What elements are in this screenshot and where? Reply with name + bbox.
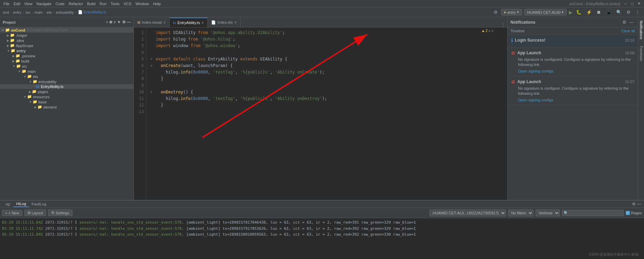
warning-badge[interactable]: ▲ 2 ∧ ∨ bbox=[482, 29, 494, 33]
device-selector[interactable]: HUAWEI CET-AL60 ▾ bbox=[524, 9, 567, 15]
menu-file[interactable]: File bbox=[1, 2, 12, 6]
menu-tools[interactable]: Tools bbox=[108, 2, 122, 6]
log-tab-og[interactable]: og: bbox=[3, 201, 13, 207]
tree-item-element[interactable]: ▶ 📁 element bbox=[0, 104, 134, 110]
settings-icon-toolbar[interactable]: ⚙ bbox=[625, 9, 632, 15]
tree-item-base[interactable]: ▼ 📁 base bbox=[0, 99, 134, 104]
bc-main[interactable]: main bbox=[35, 10, 43, 14]
notif-close-icon[interactable]: — bbox=[628, 19, 635, 25]
regex-checkbox[interactable]: ✓ Regex bbox=[626, 211, 642, 215]
sidebar-collapse-icon[interactable]: ≡ bbox=[114, 20, 116, 24]
menu-code[interactable]: Code bbox=[54, 2, 67, 6]
tree-item-entryability-ts[interactable]: ts EntryAbility.ts bbox=[0, 84, 134, 89]
close-tab-visual[interactable]: ✕ bbox=[163, 21, 166, 24]
notif-desc-launch2: No signature is configure. Configure a s… bbox=[518, 86, 634, 97]
tree-item-ets[interactable]: ▼ 📁 ets bbox=[0, 74, 134, 79]
tab-label-index-ets: Index.ets bbox=[217, 20, 233, 24]
menu-edit[interactable]: Edit bbox=[12, 2, 22, 6]
bc-file[interactable]: 📄 EntryAbility.ts bbox=[78, 10, 106, 14]
menu-run[interactable]: Run bbox=[97, 2, 108, 6]
notif-title-launch2: App Launch bbox=[517, 79, 623, 84]
tree-item-resources[interactable]: ▼ 📁 resources bbox=[0, 94, 134, 99]
gear-icon-toolbar[interactable]: ⚙ bbox=[492, 9, 499, 15]
device-select[interactable]: HUAWEI CET-AL6...U0222A17005917) bbox=[429, 210, 506, 216]
log-search-input[interactable] bbox=[562, 210, 624, 216]
log-tab-faultlog[interactable]: FaultLog bbox=[29, 201, 49, 207]
code-line-1: import UIAbility from '@ohos.app.ability… bbox=[150, 30, 507, 36]
menu-navigate[interactable]: Navigate bbox=[34, 2, 53, 6]
bc-ond[interactable]: ond bbox=[3, 10, 9, 14]
maximize-btn[interactable]: □ bbox=[629, 2, 635, 6]
tab-index-ets[interactable]: 📄 Index.ets ✕ bbox=[208, 18, 241, 27]
sidebar-filter-icon[interactable]: ▼ bbox=[117, 20, 121, 24]
tree-item-appscope[interactable]: ▶ 📁 AppScope bbox=[0, 43, 134, 48]
tree-item-main[interactable]: ▼ 📁 main bbox=[0, 69, 134, 74]
tree-item-hvigor[interactable]: ▶ 📁 .hvigor bbox=[0, 33, 134, 38]
stop-icon[interactable]: ⏹ bbox=[595, 9, 602, 15]
tree-root-oncond[interactable]: ▼ 📁 onCond D:\hongmengDom\onCond bbox=[0, 27, 134, 33]
tree-item-preview[interactable]: ▶ 📁 .preview bbox=[0, 53, 134, 58]
bc-src[interactable]: src bbox=[25, 10, 31, 14]
right-tab-previewer[interactable]: Previewer bbox=[638, 43, 644, 65]
close-tab-ets[interactable]: ✕ bbox=[234, 21, 237, 24]
plus-icon: + bbox=[5, 211, 7, 215]
entry-selector[interactable]: ▸ entry ▾ bbox=[501, 9, 522, 15]
tab-more-btn[interactable]: ⋮ bbox=[499, 22, 507, 27]
log-new-btn[interactable]: + + New bbox=[2, 210, 22, 216]
sidebar-more-icon[interactable]: — bbox=[127, 20, 131, 24]
log-layout-btn[interactable]: ⊞ Layout bbox=[24, 210, 46, 216]
verbose-select[interactable]: Verbose bbox=[536, 210, 560, 216]
bc-ets[interactable]: ets bbox=[47, 10, 52, 14]
ts-icon-tab: ts bbox=[173, 21, 176, 25]
menu-build[interactable]: Build bbox=[85, 2, 97, 6]
filter-select[interactable]: No filters bbox=[508, 210, 533, 216]
notif-title-login: Login Success! bbox=[515, 38, 623, 43]
sidebar-open-icon[interactable]: ⊕ bbox=[109, 20, 112, 24]
bc-entryability[interactable]: entryability bbox=[56, 10, 74, 14]
tree-item-src[interactable]: ▼ 📁 src bbox=[0, 64, 134, 69]
log-settings-icon[interactable]: ⚙ bbox=[632, 202, 636, 206]
csdn-credit: CSDN @瑞晟技术服务中心-耿瑞 bbox=[586, 251, 641, 258]
bc-entry[interactable]: entry bbox=[13, 10, 21, 14]
profile-icon[interactable]: ⚡ bbox=[585, 9, 593, 15]
menu-window[interactable]: Window bbox=[134, 2, 151, 6]
menu-view[interactable]: View bbox=[22, 2, 35, 6]
tree-item-build[interactable]: ▶ 📁 build bbox=[0, 58, 134, 64]
notif-settings-icon[interactable]: ⚙ bbox=[621, 19, 628, 25]
right-tab-notifications[interactable]: Notifications bbox=[638, 17, 644, 43]
menu-refactor[interactable]: Refactor bbox=[67, 2, 85, 6]
notif-link-launch1[interactable]: Open signing configs bbox=[518, 69, 634, 73]
tab-entry-ability[interactable]: ts EntryAbility.ts ✕ bbox=[170, 18, 208, 27]
regex-checkbox-box[interactable]: ✓ bbox=[626, 211, 630, 215]
log-minimize-icon[interactable]: — bbox=[637, 202, 641, 206]
menu-vcs[interactable]: VCS bbox=[122, 2, 134, 6]
log-tab-hilog[interactable]: HiLog bbox=[13, 201, 29, 207]
tree-item-idea[interactable]: ▶ 📁 .idea bbox=[0, 38, 134, 43]
close-btn[interactable]: ✕ bbox=[635, 1, 643, 6]
tree-item-entry[interactable]: ▼ 📁 entry bbox=[0, 48, 134, 53]
notif-time-launch2: 15:07 bbox=[625, 80, 634, 84]
code-editor[interactable]: 1 2 3 4 5 6 7 8 9 10 11 12 13 bbox=[134, 27, 507, 200]
code-line-11: hilog.info(0x0000, 'testTag', '%{public}… bbox=[150, 95, 507, 102]
search-icon-toolbar[interactable]: 🔍 bbox=[615, 9, 623, 15]
log-settings-btn[interactable]: ⚙ Settings bbox=[48, 210, 72, 216]
clear-all-btn[interactable]: Clear all bbox=[621, 29, 635, 33]
run-button[interactable]: ▶ bbox=[569, 10, 573, 15]
sidebar-expand-icon[interactable]: ▾ bbox=[106, 20, 108, 24]
code-lines[interactable]: import UIAbility from '@ohos.app.ability… bbox=[146, 27, 507, 200]
more-icon-toolbar[interactable]: ⋮ bbox=[634, 9, 641, 15]
debug-icon[interactable]: 🐛 bbox=[575, 9, 583, 15]
tree-item-entryability[interactable]: ▼ 📁 entryability bbox=[0, 79, 134, 84]
device-manager-icon[interactable]: 📱 bbox=[605, 9, 613, 15]
tree-item-pages[interactable]: ▶ 📁 pages bbox=[0, 89, 134, 94]
close-tab-ts[interactable]: ✕ bbox=[201, 21, 204, 25]
error-icon-launch1: ⊘ bbox=[511, 50, 515, 56]
minimize-btn[interactable]: ─ bbox=[622, 2, 629, 6]
log-content[interactable]: 02-29 15:11:11.642 2072-32015/? I sensor… bbox=[0, 218, 644, 259]
code-content: 1 2 3 4 5 6 7 8 9 10 11 12 13 bbox=[134, 27, 507, 200]
tab-index-visual[interactable]: ⊞ Index.visual ✕ bbox=[134, 18, 170, 27]
layout-icon: ⊞ bbox=[27, 211, 31, 215]
menu-help[interactable]: Help bbox=[151, 2, 163, 6]
notif-link-launch2[interactable]: Open signing configs bbox=[518, 98, 634, 102]
sidebar-settings-icon[interactable]: ⚙ bbox=[122, 20, 126, 24]
